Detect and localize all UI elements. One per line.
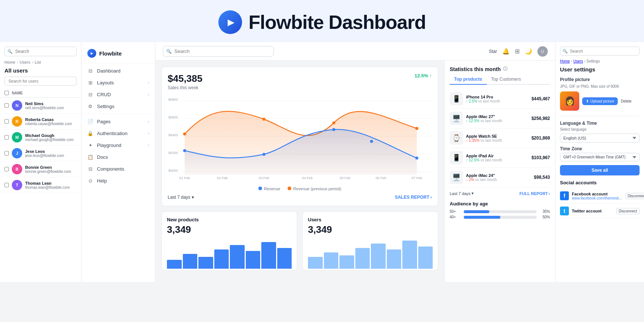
profile-pic-sub: JPG, GIF or PNG. Max size of 800K <box>560 84 640 88</box>
user-checkbox[interactable] <box>4 119 9 124</box>
user-avatar[interactable]: U <box>537 46 548 57</box>
user-email: thomas.lean@flowbite.com <box>25 185 77 189</box>
sales-report-link[interactable]: SALES REPORT › <box>395 195 432 200</box>
disconnect-button[interactable]: Disconnect <box>616 208 640 214</box>
chevron-icon: › <box>148 120 149 124</box>
main-content: 🔍 Star 🔔 ⊞ 🌙 U <box>155 42 555 282</box>
name-column-header: NAME <box>12 91 23 95</box>
sidebar-item-playground[interactable]: ✦ Playground › <box>81 139 155 151</box>
user-checkbox[interactable] <box>4 183 9 187</box>
chart-label: Sales this week <box>168 85 202 90</box>
product-price: $98,543 <box>534 175 550 180</box>
fr-breadcrumb-users[interactable]: Users <box>573 59 583 63</box>
fr-breadcrumb-home[interactable]: Home <box>560 59 570 63</box>
product-price: $201,869 <box>531 135 550 141</box>
user-list-item[interactable]: B Bonnie Green bonnie.green@flowbite.com <box>0 161 81 177</box>
breadcrumb-list: List <box>34 60 41 64</box>
chart-info: $45,385 Sales this week <box>168 73 202 90</box>
topbar-star-label[interactable]: Star <box>489 49 497 54</box>
product-list: 📱 iPhone 14 Pro ↑ 2.5% vs last month $44… <box>450 89 550 187</box>
profile-pic-thumbnail: 👩 <box>560 91 579 111</box>
product-list-item: 📱 iPhone 14 Pro ↑ 2.5% vs last month $44… <box>450 89 550 109</box>
all-users-title: All users <box>0 67 81 77</box>
user-checkbox[interactable] <box>4 103 9 108</box>
product-list-item: ⌚ Apple Watch SE ↓ 1.35% vs last month $… <box>450 128 550 148</box>
svg-text:$6200: $6200 <box>168 151 178 155</box>
sidebar-item-crud[interactable]: ⊟ CRUD › <box>81 88 155 100</box>
dashboard-nav-label: Dashboard <box>97 68 149 74</box>
fr-section-title: User settings <box>560 66 640 73</box>
chart-footer: Last 7 days ▾ SALES REPORT › <box>168 195 432 200</box>
sidebar-item-help[interactable]: ⊙ Help <box>81 175 155 187</box>
sidebar-item-authentication[interactable]: 🔒 Authentication › <box>81 127 155 139</box>
user-email: roberta.casas@flowbite.com <box>25 122 77 126</box>
user-avatar-img: T <box>12 180 22 190</box>
delete-picture-button[interactable]: Delete <box>621 99 631 103</box>
chart-period-selector[interactable]: Last 7 days ▾ <box>168 195 194 200</box>
age-bar-row: 50+ 35% <box>450 209 550 214</box>
grid-icon[interactable]: ⊞ <box>515 48 520 55</box>
user-name: Roberta Casas <box>25 117 77 122</box>
new-products-value: 3,349 <box>167 224 292 235</box>
timezone-label: Time Zone <box>560 146 640 151</box>
main-layout: 🔍 Home › Users › List All users NAME N N… <box>0 42 644 282</box>
help-nav-label: Help <box>97 178 149 184</box>
timezone-select[interactable]: GMT+0 Greenwich Mean Time (GMT) <box>560 153 640 161</box>
sidebar-item-settings[interactable]: ⚙ Settings <box>81 100 155 112</box>
chart-badge: 12.5% ↑ <box>415 73 432 78</box>
profile-picture-section: Profile picture JPG, GIF or PNG. Max siz… <box>560 77 640 111</box>
dashboard-main: $45,385 Sales this week 12.5% ↑ $6800 $6… <box>155 61 444 282</box>
product-change: ↑ 2.5% vs last month <box>466 99 529 103</box>
sidebar-item-docs[interactable]: 📋 Docs <box>81 151 155 163</box>
user-list-item[interactable]: R Roberta Casas roberta.casas@flowbite.c… <box>0 114 81 130</box>
social-accounts-list: f Facebook account www.facebook.com/them… <box>560 188 640 219</box>
sidebar-item-pages[interactable]: 📄 Pages › <box>81 115 155 127</box>
sidebar-item-layouts[interactable]: ⊞ Layouts › <box>81 77 155 88</box>
user-list-item[interactable]: N Neil Sims neil.sims@flowbite.com <box>0 98 81 114</box>
user-email: michael.gough@flowbite.com <box>25 138 77 142</box>
svg-text:02 Feb: 02 Feb <box>217 176 228 180</box>
users-card-value: 3,349 <box>308 224 433 235</box>
topbar-search-input[interactable] <box>163 46 274 57</box>
full-report-link[interactable]: FULL REPORT › <box>520 191 550 196</box>
breadcrumb-users[interactable]: Users <box>20 60 30 64</box>
fr-search-input[interactable] <box>560 47 640 56</box>
user-info: Roberta Casas roberta.casas@flowbite.com <box>25 117 77 126</box>
stats-panel: Statistics this month ⓘ Top products Top… <box>444 61 555 282</box>
user-list-item[interactable]: M Michael Gough michael.gough@flowbite.c… <box>0 130 81 145</box>
save-all-button[interactable]: Save all <box>560 165 640 175</box>
sidebar-item-components[interactable]: ⊟ Components <box>81 163 155 175</box>
sidebar: Flowbite ⊟ Dashboard ⊞ Layouts › ⊟ CRUD … <box>81 42 155 282</box>
upload-picture-button[interactable]: ⬆ Upload picture <box>582 97 618 105</box>
stats-period-selector[interactable]: Last 7 days ▾ <box>450 191 474 196</box>
left-search-input[interactable] <box>4 47 77 56</box>
product-price: $103,967 <box>531 155 550 160</box>
user-search-input[interactable] <box>4 77 77 85</box>
user-checkbox[interactable] <box>4 135 9 140</box>
product-price: $256,982 <box>531 116 550 121</box>
notification-icon[interactable]: 🔔 <box>502 48 510 55</box>
language-select[interactable]: English (US) <box>560 134 640 142</box>
dashboard-area: $45,385 Sales this week 12.5% ↑ $6800 $6… <box>155 61 555 282</box>
svg-text:04 Feb: 04 Feb <box>302 176 313 180</box>
users-card: Users 3,349 <box>302 211 438 271</box>
user-list-item[interactable]: T Thomas Lean thomas.lean@flowbite.com <box>0 177 81 193</box>
theme-toggle-icon[interactable]: 🌙 <box>525 48 532 55</box>
settings-nav-label: Settings <box>97 104 149 109</box>
sidebar-item-dashboard[interactable]: ⊟ Dashboard <box>81 65 155 77</box>
user-list-item[interactable]: J Jese Leos jese.leos@flowbite.com <box>0 145 81 161</box>
tab-top-products[interactable]: Top products <box>450 74 487 85</box>
disconnect-button[interactable]: Disconnect <box>625 193 644 199</box>
product-thumbnail: 🖥️ <box>450 171 463 184</box>
product-change: ↓ 2% vs last month <box>466 178 531 182</box>
user-checkbox[interactable] <box>4 151 9 155</box>
product-name: Apple Watch SE <box>466 134 529 138</box>
age-bar-row: 40+ 50% <box>450 215 550 219</box>
tab-top-customers[interactable]: Top Customers <box>487 74 526 85</box>
stats-footer: Last 7 days ▾ FULL REPORT › <box>450 191 550 196</box>
user-name: Michael Gough <box>25 133 77 138</box>
user-checkbox[interactable] <box>4 167 9 171</box>
select-all-checkbox[interactable] <box>4 91 9 95</box>
age-label: 40+ <box>450 215 461 219</box>
breadcrumb-home[interactable]: Home <box>4 60 15 64</box>
